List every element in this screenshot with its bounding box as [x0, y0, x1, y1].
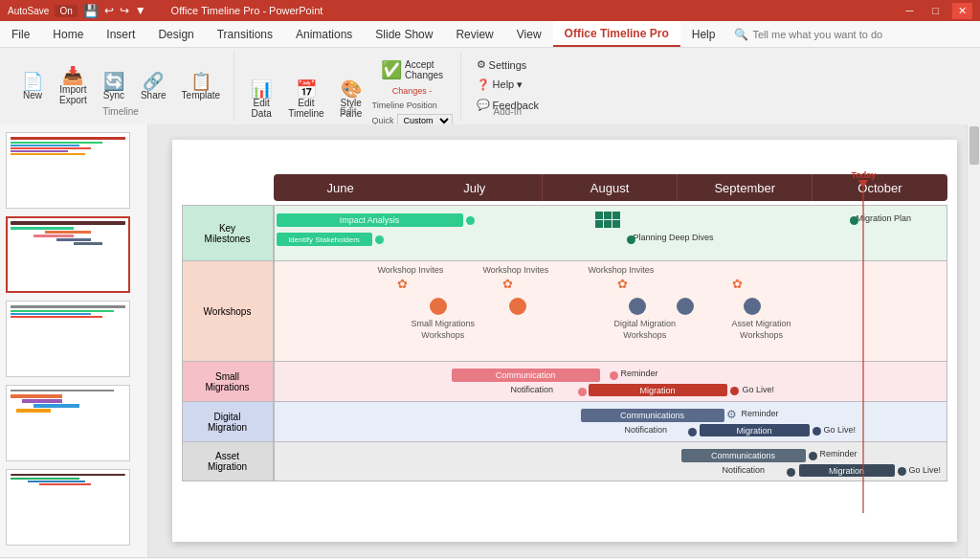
scroll-thumb[interactable] [969, 126, 979, 165]
reminder-dot-am [809, 452, 817, 460]
new-label: New [23, 90, 42, 101]
golive-label-am: Go Live! [909, 465, 942, 475]
vertical-scrollbar[interactable] [967, 124, 980, 557]
tab-animations[interactable]: Animations [284, 21, 364, 47]
sync-button[interactable]: 🔄 Sync [97, 69, 131, 104]
slide-thumb-3[interactable] [6, 301, 130, 377]
slide-thumb-1[interactable] [6, 132, 130, 209]
tab-review[interactable]: Review [444, 21, 504, 47]
row-key-milestones: Impact Analysis [274, 205, 947, 260]
slide-item-3[interactable]: 3 [6, 301, 142, 377]
autosave-label: AutoSave [8, 6, 49, 16]
quick-access-save[interactable]: 💾 [83, 4, 99, 18]
label-key-milestones: KeyMilestones [182, 205, 274, 260]
tab-office-timeline[interactable]: Office Timeline Pro [553, 21, 680, 47]
help-button[interactable]: ❓ Help ▾ [471, 76, 529, 94]
help-icon: ❓ [477, 78, 490, 91]
digital-migration-dot-1 [629, 298, 646, 315]
edit-data-icon: 📊 [251, 80, 272, 98]
reminder-label-sm: Reminder [621, 369, 658, 378]
file-name: Office Timeline Pro - PowerPoint [171, 5, 323, 16]
new-button[interactable]: 📄 New [15, 69, 50, 104]
today-line [862, 188, 864, 513]
slide-thumb-4[interactable] [6, 385, 130, 461]
template-button[interactable]: 📋 Template [176, 69, 227, 104]
tab-slideshow[interactable]: Slide Show [364, 21, 444, 47]
notification-dot-sm [578, 388, 587, 396]
row-asset-migration: Communications Reminder Notification Mig… [274, 441, 947, 481]
notification-label-sm: Notification [511, 385, 554, 394]
accept-changes-label: AcceptChanges [405, 59, 443, 80]
tab-design[interactable]: Design [146, 21, 205, 47]
asset-migration-workshops-label: Asset MigrationWorkshops [732, 319, 791, 341]
month-august: August [543, 174, 678, 201]
redo-btn[interactable]: ↪ [120, 4, 129, 17]
maximize-btn[interactable]: □ [926, 3, 945, 19]
communication-bar: Communication [452, 369, 600, 382]
edit-data-button[interactable]: 📊 EditData [244, 77, 278, 123]
sync-label: Sync [103, 90, 124, 101]
migration-bar-dm: Migration [700, 424, 810, 436]
settings-icon: ⚙ [477, 58, 486, 71]
month-june: June [274, 174, 408, 201]
slide-item-5[interactable]: 5 [6, 469, 142, 546]
timeline-rows-content: Impact Analysis [274, 205, 947, 481]
communications-bar-dm: Communications [581, 409, 724, 422]
row-small-migrations: Communication Reminder Notification Migr… [274, 361, 947, 401]
accept-changes-button[interactable]: ✅ AcceptChanges [375, 56, 449, 84]
edit-timeline-label: EditTimeline [288, 98, 323, 119]
slide-item-4[interactable]: 4 [6, 385, 142, 461]
tab-file[interactable]: File [0, 21, 41, 47]
minimize-btn[interactable]: ─ [901, 3, 920, 19]
timeline-months-header: June July August September October [274, 174, 947, 201]
slide-thumb-2[interactable] [6, 216, 130, 293]
autosave-toggle[interactable]: On [55, 5, 77, 17]
small-migrations-dot-1 [430, 298, 447, 315]
workshop-invites-label-2: Workshop Invites [483, 265, 549, 275]
asset-migration-dot [744, 298, 761, 315]
template-icon: 📋 [190, 73, 212, 90]
slide-item-1[interactable]: 1 [6, 132, 142, 209]
slide-thumb-5[interactable] [6, 469, 130, 546]
planning-deep-dives-label: Planning Deep Dives [634, 233, 714, 242]
feedback-icon: 💬 [477, 99, 490, 111]
label-small-migrations: SmallMigrations [182, 361, 274, 401]
month-july: July [408, 174, 543, 201]
golive-dot-sm [730, 387, 739, 395]
small-migrations-workshops-label: Small MigrationsWorkshops [412, 319, 476, 341]
tab-home[interactable]: Home [41, 21, 95, 47]
style-pane-icon: 🎨 [341, 80, 362, 98]
stakeholders-dot [375, 235, 384, 244]
flower-icon-4: ✿ [732, 277, 743, 291]
flower-icon-3: ✿ [617, 277, 628, 291]
search-icon: 🔍 [734, 28, 748, 41]
import-label: ImportExport [59, 84, 87, 105]
impact-dot [466, 216, 475, 225]
title-bar-controls: ─ □ ✕ [901, 3, 972, 19]
timeline-body: KeyMilestones Workshops SmallMigrations … [182, 205, 947, 481]
close-btn[interactable]: ✕ [952, 3, 972, 19]
settings-button[interactable]: ⚙ Settings [471, 56, 533, 74]
workshop-invites-label-3: Workshop Invites [589, 265, 655, 275]
share-button[interactable]: 🔗 Share [135, 69, 172, 104]
addin-group-label: Add-In [494, 106, 522, 117]
label-workshops: Workshops [182, 260, 274, 361]
edit-data-label: EditData [252, 98, 272, 119]
slide-item-2[interactable]: 2 [6, 216, 142, 293]
label-asset-migration: AssetMigration [182, 441, 274, 481]
tab-view[interactable]: View [505, 21, 553, 47]
import-icon: 📥 [62, 67, 83, 84]
golive-label-sm: Go Live! [743, 385, 775, 394]
help-label: Help ▾ [493, 78, 523, 91]
tab-insert[interactable]: Insert [95, 21, 146, 47]
import-export-button[interactable]: 📥 ImportExport [54, 63, 93, 109]
undo-btn[interactable]: ↩ [104, 4, 114, 17]
ribbon-group-timeline: 📄 New 📥 ImportExport 🔄 Sync 🔗 Share 📋 Te… [8, 52, 234, 121]
canvas-area: Today June July August September October… [148, 124, 980, 557]
tab-help[interactable]: Help [680, 21, 727, 47]
search-input[interactable] [752, 29, 924, 40]
title-bar-left: AutoSave On 💾 ↩ ↪ ▼ Office Timeline Pro … [8, 4, 323, 18]
edit-timeline-button[interactable]: 📅 EditTimeline [282, 77, 329, 123]
tab-transitions[interactable]: Transitions [206, 21, 284, 47]
notification-dot-am [787, 468, 795, 477]
